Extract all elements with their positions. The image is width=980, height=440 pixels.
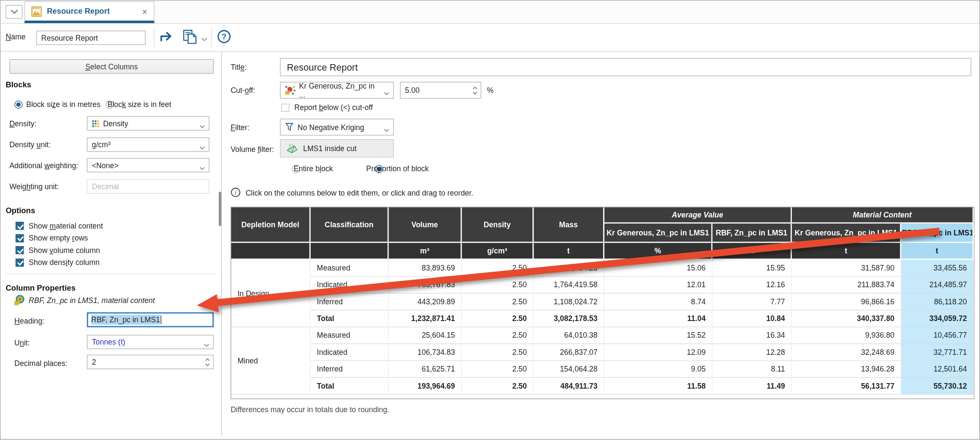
table-column-header[interactable]: Density: [462, 207, 534, 243]
table-row: Inferred61,625.712.50154,064.289.058.111…: [231, 361, 974, 378]
heading-field-label: Heading:: [15, 317, 45, 325]
value-cell: 12.01: [604, 276, 712, 293]
window-list-button[interactable]: [6, 5, 22, 19]
value-cell: 32,771.71: [901, 344, 974, 361]
copy-report-icon: [182, 30, 199, 45]
spin-down-icon[interactable]: [472, 91, 478, 94]
additional-weighting-label: Additional weighting:: [9, 161, 78, 169]
value-cell: 86,118.20: [901, 294, 974, 310]
option-checkbox[interactable]: [15, 246, 24, 254]
weighting-unit-label: Weighting unit:: [9, 182, 59, 191]
value-cell: 13,946.28: [792, 361, 901, 378]
value-cell: 33,455.56: [901, 260, 974, 276]
table-column-header[interactable]: Depletion Model: [231, 207, 311, 243]
tab-resource-report[interactable]: Resource Report ×: [24, 1, 155, 23]
cutoff-dropdown[interactable]: Kr Generous, Zn_pc in ...: [280, 82, 394, 98]
decimal-places-label: Decimal places:: [15, 359, 68, 368]
help-icon: ?: [217, 30, 231, 44]
help-button[interactable]: ?: [217, 30, 231, 46]
chevron-down-icon: [201, 38, 208, 42]
density-dropdown[interactable]: Density: [87, 116, 209, 131]
option-label: Show volume column: [29, 246, 100, 255]
copy-report-button[interactable]: [182, 30, 199, 46]
table-column-header[interactable]: Classification: [311, 207, 388, 243]
table-column-header[interactable]: Kr Generous, Zn_pc in LMS1: [792, 223, 901, 243]
filter-dropdown[interactable]: No Negative Kriging: [280, 119, 394, 135]
tab-bar: Resource Report ×: [0, 0, 979, 24]
table-unit-cell: g/cm³: [462, 243, 534, 260]
value-cell: 484,911.73: [534, 378, 604, 395]
value-cell: 214,485.97: [901, 276, 974, 293]
sidebar-scrollbar-thumb[interactable]: [219, 192, 221, 226]
app-window: Resource Report × Name Resource Report: [0, 0, 980, 440]
chevron-down-icon: [384, 92, 389, 95]
spin-up-icon[interactable]: [472, 86, 478, 89]
table-unit-cell: [231, 243, 311, 260]
value-cell: 12.09: [604, 344, 712, 361]
table-unit-cell: t: [534, 243, 604, 260]
chevron-down-icon: [10, 9, 18, 15]
table-row: Indicated705,767.832.501,764,419.5812.01…: [231, 276, 974, 293]
density-unit-label: Density unit:: [9, 140, 51, 149]
selected-text: RBF, Zn_pc in LMS1: [91, 315, 160, 324]
value-cell: 211,883.74: [792, 276, 901, 293]
spin-down-icon[interactable]: [205, 363, 210, 366]
spin-up-icon[interactable]: [205, 358, 210, 361]
additional-weighting-dropdown[interactable]: <None>: [87, 158, 209, 172]
value-cell: 340,337.80: [792, 310, 901, 327]
chevron-down-icon: [204, 343, 209, 347]
table-column-header[interactable]: Kr Generous, Zn_pc in LMS1: [604, 223, 712, 243]
radio-proportion-block-label: Proportion of block: [366, 164, 429, 173]
option-row: Show density column: [15, 256, 215, 268]
decimal-places-spinner[interactable]: 2: [87, 355, 214, 369]
cutoff-value-spinner[interactable]: 5.00: [400, 82, 481, 98]
radio-block-metres[interactable]: [15, 101, 23, 109]
chevron-down-icon: [384, 128, 389, 132]
value-cell: 154,064.28: [534, 361, 604, 378]
kriging-estimator-icon: [285, 85, 296, 95]
title-input[interactable]: Resource Report: [280, 58, 971, 76]
table-hint-text: Click on the columns below to edit them,…: [245, 189, 473, 197]
selected-column-name: RBF, Zn_pc in LMS1, material content: [29, 296, 155, 304]
density-unit-dropdown[interactable]: g/cm³: [87, 137, 209, 152]
table-column-header[interactable]: Mass: [534, 207, 604, 243]
value-cell: 12.16: [712, 276, 792, 293]
table-column-header[interactable]: RBF, Zn_pc in LMS1: [712, 223, 792, 243]
unit-dropdown[interactable]: Tonnes (t): [87, 335, 214, 349]
value-cell: 2.50: [462, 361, 534, 378]
value-cell: 12,501.64: [901, 361, 974, 378]
value-cell: 55,730.12: [901, 378, 974, 395]
value-cell: 83,893.69: [389, 260, 462, 276]
selected-column-info: RBF, Zn_pc in LMS1, material content: [15, 295, 155, 306]
value-cell: 2.50: [462, 327, 534, 344]
option-checkbox[interactable]: [15, 259, 24, 267]
title-label: Title:: [230, 63, 246, 71]
name-input[interactable]: Resource Report: [36, 31, 146, 45]
density-label: Density:: [9, 119, 36, 128]
heading-input[interactable]: RBF, Zn_pc in LMS1: [87, 312, 214, 327]
option-label: Show density column: [29, 258, 99, 267]
value-cell: 1,108,024.72: [534, 294, 604, 310]
volume-filter-field[interactable]: LMS1 inside cut: [280, 139, 394, 157]
value-cell: 11.58: [604, 378, 712, 395]
table-row: Total193,964.692.50484,911.7311.5811.495…: [231, 378, 974, 395]
tab-close-icon[interactable]: ×: [141, 6, 149, 16]
cutoff-label: Cut-off:: [230, 86, 255, 95]
export-report-button[interactable]: [158, 30, 174, 45]
info-icon: i: [230, 187, 240, 197]
copy-options-dropdown[interactable]: [201, 35, 208, 44]
report-below-checkbox[interactable]: [281, 104, 290, 112]
name-label: Name: [6, 33, 26, 41]
chevron-down-icon: [199, 125, 205, 128]
table-group-header: Material Content: [792, 207, 974, 223]
option-checkbox[interactable]: [15, 222, 24, 230]
option-checkbox[interactable]: [15, 234, 24, 242]
classification-cell: Inferred: [311, 361, 388, 378]
table-column-header[interactable]: Volume: [389, 207, 462, 243]
value-cell: 25,604.15: [389, 327, 462, 344]
table-column-header[interactable]: RBF, Zn_pc in LMS1: [901, 223, 974, 243]
value-cell: 56,131.77: [792, 378, 901, 395]
filter-label: Filter:: [230, 123, 249, 131]
select-columns-button[interactable]: Select Columns: [9, 59, 214, 74]
option-label: Show empty rows: [29, 234, 88, 242]
